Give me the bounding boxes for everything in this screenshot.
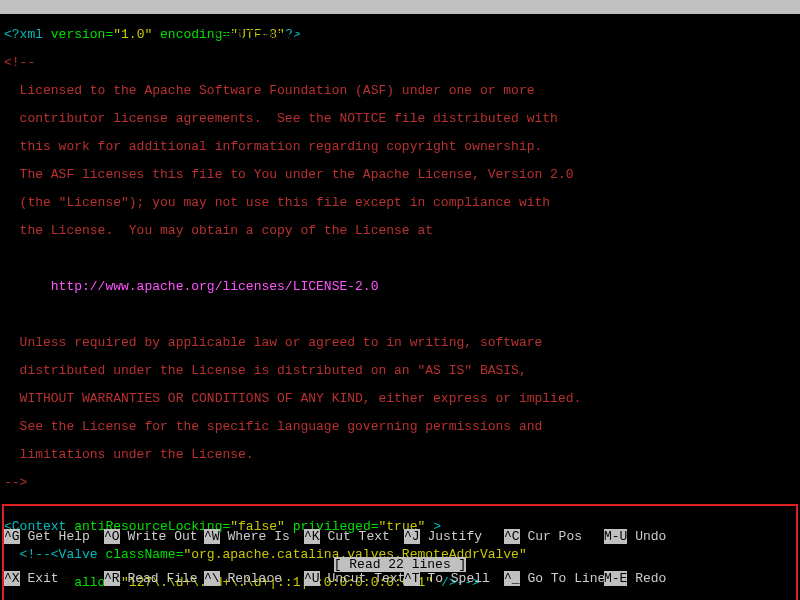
license-url: http://www.apache.org/licenses/LICENSE-2… [4, 280, 796, 294]
license-l6: the License. You may obtain a copy of th… [4, 224, 796, 238]
shortcut-item[interactable]: ^R Read File [104, 572, 204, 586]
shortcut-key: ^_ [504, 571, 520, 586]
shortcut-key: M-U [604, 529, 627, 544]
shortcut-item[interactable]: ^J Justify [404, 530, 504, 544]
shortcut-label: Redo [627, 571, 666, 586]
shortcut-item[interactable]: M-U Undo [604, 530, 704, 544]
shortcut-label: To Spell [420, 571, 490, 586]
shortcut-key: M-E [604, 571, 627, 586]
shortcut-item[interactable]: ^G Get Help [4, 530, 104, 544]
shortcut-item[interactable]: ^W Where Is [204, 530, 304, 544]
license-l8: distributed under the License is distrib… [4, 364, 796, 378]
title-bar: GNU nano 3.2 /opt/tomcat/webapps/manager… [0, 0, 800, 14]
shortcut-row-2: ^X Exit^R Read File^\ Replace^U Uncut Te… [4, 572, 796, 586]
shortcut-item[interactable]: ^C Cur Pos [504, 530, 604, 544]
shortcut-label: Read File [120, 571, 198, 586]
shortcut-item[interactable]: ^\ Replace [204, 572, 304, 586]
license-l10: See the License for the specific languag… [4, 420, 796, 434]
shortcut-label: Justify [420, 529, 482, 544]
shortcut-key: ^T [404, 571, 420, 586]
shortcut-row-1: ^G Get Help^O Write Out^W Where Is^K Cut… [4, 530, 796, 544]
license-l11: limitations under the License. [4, 448, 796, 462]
file-path: /opt/tomcat/webapps/manager/META-INF///c… [213, 27, 603, 42]
app-name: GNU nano 3.2 [4, 14, 113, 28]
shortcut-item[interactable]: ^K Cut Text [304, 530, 404, 544]
comment-close: --> [4, 476, 796, 490]
shortcut-item[interactable]: ^_ Go To Line [504, 572, 604, 586]
license-l7: Unless required by applicable law or agr… [4, 336, 796, 350]
shortcut-label: Write Out [120, 529, 198, 544]
shortcut-label: Replace [220, 571, 282, 586]
shortcut-key: ^\ [204, 571, 220, 586]
shortcut-item[interactable]: M-E Redo [604, 572, 704, 586]
shortcut-key: ^U [304, 571, 320, 586]
shortcut-label: Undo [627, 529, 666, 544]
shortcut-key: ^W [204, 529, 220, 544]
shortcut-item[interactable]: ^T To Spell [404, 572, 504, 586]
shortcut-key: ^O [104, 529, 120, 544]
shortcut-label: Uncut Text [320, 571, 406, 586]
license-l2: contributor license agreements. See the … [4, 112, 796, 126]
shortcut-key: ^R [104, 571, 120, 586]
license-l1: Licensed to the Apache Software Foundati… [4, 84, 796, 98]
shortcut-label: Cur Pos [520, 529, 582, 544]
shortcut-item[interactable]: ^X Exit [4, 572, 104, 586]
license-l3: this work for additional information reg… [4, 140, 796, 154]
shortcut-bar: ^G Get Help^O Write Out^W Where Is^K Cut… [0, 502, 800, 600]
shortcut-label: Get Help [20, 529, 90, 544]
license-l4: The ASF licenses this file to You under … [4, 168, 796, 182]
shortcut-label: Go To Line [520, 571, 606, 586]
shortcut-key: ^C [504, 529, 520, 544]
shortcut-label: Exit [20, 571, 59, 586]
shortcut-item[interactable]: ^O Write Out [104, 530, 204, 544]
blank-line [4, 252, 796, 266]
shortcut-key: ^X [4, 571, 20, 586]
shortcut-key: ^G [4, 529, 20, 544]
shortcut-label: Where Is [220, 529, 290, 544]
comment-open: <!-- [4, 56, 796, 70]
license-l5: (the "License"); you may not use this fi… [4, 196, 796, 210]
shortcut-item[interactable]: ^U Uncut Text [304, 572, 404, 586]
shortcut-key: ^J [404, 529, 420, 544]
blank-line [4, 308, 796, 322]
shortcut-label: Cut Text [320, 529, 390, 544]
license-l9: WITHOUT WARRANTIES OR CONDITIONS OF ANY … [4, 392, 796, 406]
shortcut-key: ^K [304, 529, 320, 544]
